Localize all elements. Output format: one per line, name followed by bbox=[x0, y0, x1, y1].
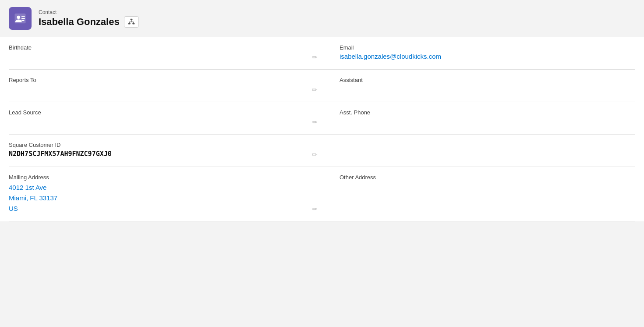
svg-point-1 bbox=[17, 16, 21, 19]
page-header: Contact Isabella Gonzales bbox=[0, 0, 644, 37]
asst-phone-value bbox=[340, 117, 635, 127]
square-right-empty-value bbox=[340, 143, 635, 153]
header-title-row: Isabella Gonzales bbox=[39, 16, 139, 28]
asst-phone-label: Asst. Phone bbox=[340, 109, 635, 116]
reports-to-label: Reports To bbox=[9, 77, 296, 83]
org-chart-button[interactable] bbox=[124, 16, 139, 28]
mailing-address-value[interactable]: 4012 1st AveMiami, FL 33137US bbox=[9, 182, 296, 214]
birthdate-edit-icon[interactable]: ✏ bbox=[312, 53, 318, 61]
fields-grid: Birthdate ✏ Email isabella.gonzales@clou… bbox=[9, 37, 635, 221]
svg-rect-5 bbox=[130, 19, 132, 20]
other-address-field: Other Address bbox=[322, 167, 635, 221]
square-customer-id-value: N2DH7SCJFMX57AH9FNZC97GXJ0 bbox=[9, 150, 296, 160]
square-customer-id-label: Square Customer ID bbox=[9, 142, 296, 148]
square-customer-id-edit-icon[interactable]: ✏ bbox=[312, 151, 318, 159]
other-address-label: Other Address bbox=[340, 174, 635, 181]
square-right-empty-field bbox=[322, 135, 635, 167]
email-label: Email bbox=[340, 44, 635, 51]
svg-rect-6 bbox=[128, 23, 130, 24]
email-value[interactable]: isabella.gonzales@cloudkicks.com bbox=[340, 53, 635, 62]
mailing-address-field: Mailing Address 4012 1st AveMiami, FL 33… bbox=[9, 167, 322, 221]
org-chart-icon bbox=[128, 18, 135, 25]
email-field: Email isabella.gonzales@cloudkicks.com bbox=[322, 37, 635, 70]
other-address-value bbox=[340, 182, 635, 192]
content-area: Birthdate ✏ Email isabella.gonzales@clou… bbox=[0, 37, 644, 221]
svg-rect-7 bbox=[132, 23, 134, 24]
mailing-address-edit-icon[interactable]: ✏ bbox=[312, 205, 318, 213]
contact-icon bbox=[9, 7, 32, 30]
page-title: Isabella Gonzales bbox=[39, 16, 120, 28]
lead-source-value bbox=[9, 117, 296, 127]
birthdate-value bbox=[9, 53, 296, 62]
assistant-value bbox=[340, 85, 635, 95]
lead-source-field: Lead Source ✏ bbox=[9, 102, 322, 135]
assistant-label: Assistant bbox=[340, 77, 635, 83]
header-subtitle: Contact bbox=[39, 9, 139, 15]
contact-svg-icon bbox=[14, 12, 27, 25]
birthdate-label: Birthdate bbox=[9, 44, 296, 51]
birthdate-field: Birthdate ✏ bbox=[9, 37, 322, 70]
assistant-field: Assistant bbox=[322, 70, 635, 102]
reports-to-field: Reports To ✏ bbox=[9, 70, 322, 102]
square-customer-id-field: Square Customer ID N2DH7SCJFMX57AH9FNZC9… bbox=[9, 135, 322, 167]
mailing-address-label: Mailing Address bbox=[9, 174, 296, 181]
lead-source-label: Lead Source bbox=[9, 109, 296, 116]
lead-source-edit-icon[interactable]: ✏ bbox=[312, 118, 318, 126]
header-text: Contact Isabella Gonzales bbox=[39, 9, 139, 28]
asst-phone-field: Asst. Phone bbox=[322, 102, 635, 135]
reports-to-value bbox=[9, 85, 296, 95]
reports-to-edit-icon[interactable]: ✏ bbox=[312, 86, 318, 94]
